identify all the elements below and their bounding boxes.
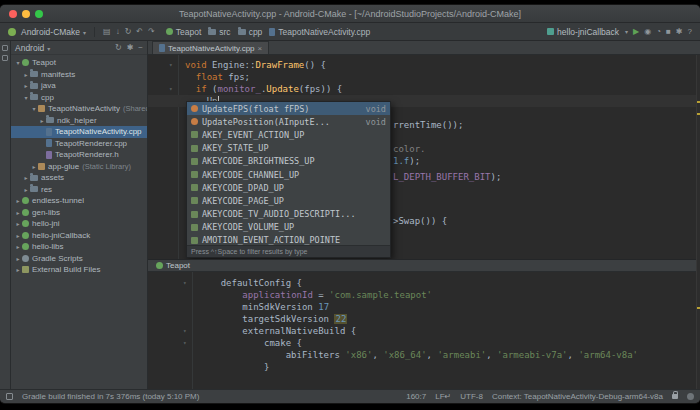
code-line[interactable]: float fps; [148, 71, 700, 83]
tree-item-gen-libs[interactable]: ▸gen-libs [11, 207, 147, 219]
completion-item-akeycode-volume-up[interactable]: AKEYCODE_VOLUME_UP [187, 221, 390, 234]
settings-icon[interactable]: ✱ [676, 27, 683, 37]
code-line[interactable]: abiFilters 'x86', 'x86_64', 'armeabi', '… [148, 349, 700, 361]
completion-item-updatefps-float-ffps[interactable]: UpdateFPS(float fFPS)void [187, 102, 390, 115]
close-tab-icon[interactable] [258, 44, 263, 53]
stop-icon[interactable]: ■ [666, 27, 671, 37]
tree-item-teapotrenderer-cpp[interactable]: TeapotRenderer.cpp [11, 138, 147, 150]
sync-icon[interactable]: ↻ [125, 27, 132, 37]
project-tool-window-icon[interactable] [2, 45, 8, 51]
completion-item-updateposition-ainpute[interactable]: UpdatePosition(AInputE...void [187, 115, 390, 128]
settings-icon[interactable]: ✱ [127, 43, 134, 53]
code-line[interactable]: ▾ externalNativeBuild { [148, 325, 700, 337]
tree-toggle-icon[interactable]: ▸ [14, 197, 22, 204]
tree-item-hello-jnicallback[interactable]: ▸hello-jniCallback [11, 230, 147, 242]
tree-item-teapotnativeactivity-cpp[interactable]: TeapotNativeActivity.cpp [11, 126, 147, 138]
tree-item-hello-jni[interactable]: ▸hello-jni [11, 218, 147, 230]
tree-toggle-icon[interactable]: ▸ [30, 163, 38, 170]
run-icon[interactable]: ▶ [633, 27, 639, 37]
tree-item-res[interactable]: ▸res [11, 184, 147, 196]
run-config-selector[interactable]: hello-jniCallback [547, 27, 628, 37]
breadcrumb-item-cpp[interactable]: cpp [238, 27, 263, 37]
tree-item-external-build-files[interactable]: ▸External Build Files [11, 264, 147, 276]
lock-icon[interactable] [672, 394, 678, 399]
tree-item-hello-libs[interactable]: ▸hello-libs [11, 241, 147, 253]
tree-toggle-icon[interactable]: ▸ [14, 232, 22, 239]
tree-toggle-icon[interactable]: ▸ [14, 209, 22, 216]
code-line[interactable]: ▾ defaultConfig { [148, 277, 700, 289]
help-icon[interactable]: ? [688, 27, 692, 37]
editor-tab-teapotnativeactivity-cpp[interactable]: TeapotNativeActivity.cpp [152, 41, 269, 54]
collapse-icon[interactable]: − [138, 43, 143, 53]
tree-toggle-icon[interactable]: ▸ [14, 220, 22, 227]
line-separator[interactable]: LF↵ [435, 392, 451, 401]
profile-icon[interactable]: ◔ [656, 27, 661, 37]
tree-toggle-icon[interactable]: ▸ [22, 82, 30, 89]
tree-toggle-icon[interactable]: ▸ [22, 186, 30, 193]
tree-toggle-icon[interactable]: ▸ [22, 174, 30, 181]
completion-item-akeycode-brightness-up[interactable]: AKEYCODE_BRIGHTNESS_UP [187, 155, 390, 168]
fold-arrow-icon[interactable]: ▾ [169, 59, 173, 71]
code-line[interactable]: minSdkVersion 17 [148, 301, 700, 313]
fold-arrow-icon[interactable]: ▾ [169, 83, 173, 95]
completion-item-akey-event-action-up[interactable]: AKEY_EVENT_ACTION_UP [187, 128, 390, 141]
open-icon[interactable]: ▤ [103, 27, 111, 37]
tree-item-teapotnativeactivity[interactable]: ▾TeapotNativeActivity (Shared Library) [11, 103, 147, 115]
redo-icon[interactable]: ↷ [148, 27, 155, 37]
project-view-selector[interactable]: Android [15, 43, 50, 53]
gradle-editor[interactable]: ▾ defaultConfig { applicationId = 'com.s… [148, 272, 700, 389]
tree-item-java[interactable]: ▸java [11, 80, 147, 92]
tree-item-manifests[interactable]: ▸manifests [11, 69, 147, 81]
tree-toggle-icon[interactable]: ▾ [14, 59, 22, 66]
fold-arrow-icon[interactable]: ▾ [183, 337, 187, 349]
tree-item-ndk-helper[interactable]: ▸ndk_helper [11, 115, 147, 127]
tree-toggle-icon[interactable]: ▾ [30, 105, 38, 112]
completion-item-akey-state-up[interactable]: AKEY_STATE_UP [187, 142, 390, 155]
error-stripe[interactable] [696, 55, 700, 389]
completion-item-akeycode-tv-audio-descripti[interactable]: AKEYCODE_TV_AUDIO_DESCRIPTI... [187, 208, 390, 221]
tree-item-teapotrenderer-h[interactable]: TeapotRenderer.h [11, 149, 147, 161]
code-line[interactable]: ▾void Engine::DrawFrame() { [148, 59, 700, 71]
tree-toggle-icon[interactable]: ▸ [14, 243, 22, 250]
structure-tool-window-icon[interactable] [2, 55, 8, 61]
fold-arrow-icon[interactable]: ▾ [183, 325, 187, 337]
tree-toggle-icon[interactable]: ▸ [38, 117, 46, 124]
code-line[interactable]: } [148, 361, 700, 373]
completion-item-akeycode-page-up[interactable]: AKEYCODE_PAGE_UP [187, 194, 390, 207]
caret-position[interactable]: 160:7 [406, 392, 426, 401]
completion-item-akeycode-dpad-up[interactable]: AKEYCODE_DPAD_UP [187, 181, 390, 194]
debug-icon[interactable]: ◉ [644, 27, 651, 37]
tree-item-app-glue[interactable]: ▸app-glue (Static Library) [11, 161, 147, 173]
save-icon[interactable]: ↓ [116, 27, 120, 37]
editor-tab-teapot[interactable]: Teapot [152, 261, 194, 270]
tree-toggle-icon[interactable]: ▾ [22, 94, 30, 101]
breadcrumb-item-src[interactable]: src [208, 27, 230, 37]
breadcrumb-item-teapot[interactable]: Teapot [166, 27, 202, 37]
completion-item-amotion-event-action-pointe[interactable]: AMOTION_EVENT_ACTION_POINTE [187, 234, 390, 245]
tool-window-toggle-icon[interactable] [6, 393, 13, 400]
close-window-button[interactable] [9, 10, 17, 18]
tree-toggle-icon[interactable]: ▸ [14, 255, 22, 262]
tree-item-teapot[interactable]: ▾Teapot [11, 57, 147, 69]
file-encoding[interactable]: UTF-8 [460, 392, 483, 401]
inspections-profile-icon[interactable] [687, 393, 694, 400]
completion-item-akeycode-channel-up[interactable]: AKEYCODE_CHANNEL_UP [187, 168, 390, 181]
code-line[interactable]: ▾ cmake { [148, 337, 700, 349]
zoom-window-button[interactable] [35, 10, 43, 18]
code-line[interactable]: applicationId = 'com.sample.teapot' [148, 289, 700, 301]
breadcrumb-item-teapotnativeactivity-cpp[interactable]: TeapotNativeActivity.cpp [269, 27, 370, 37]
code-editor[interactable]: ▾void Engine::DrawFrame() { float fps;▾ … [148, 55, 700, 259]
undo-icon[interactable]: ↶ [136, 27, 143, 37]
fold-arrow-icon[interactable]: ▾ [183, 277, 187, 289]
code-line[interactable]: ▾ if (monitor_.Update(fps)) { [148, 83, 700, 95]
tree-toggle-icon[interactable]: ▸ [22, 71, 30, 78]
code-line[interactable]: targetSdkVersion 22 [148, 313, 700, 325]
tree-toggle-icon[interactable]: ▸ [14, 266, 22, 273]
minimize-window-button[interactable] [22, 10, 30, 18]
project-selector[interactable]: Android-CMake [21, 27, 86, 37]
tree-item-assets[interactable]: ▸assets [11, 172, 147, 184]
sync-icon[interactable]: ↻ [115, 43, 122, 53]
tree-item-cpp[interactable]: ▾cpp [11, 92, 147, 104]
tree-item-endless-tunnel[interactable]: ▸endless-tunnel [11, 195, 147, 207]
tree-item-gradle-scripts[interactable]: ▸Gradle Scripts [11, 253, 147, 265]
